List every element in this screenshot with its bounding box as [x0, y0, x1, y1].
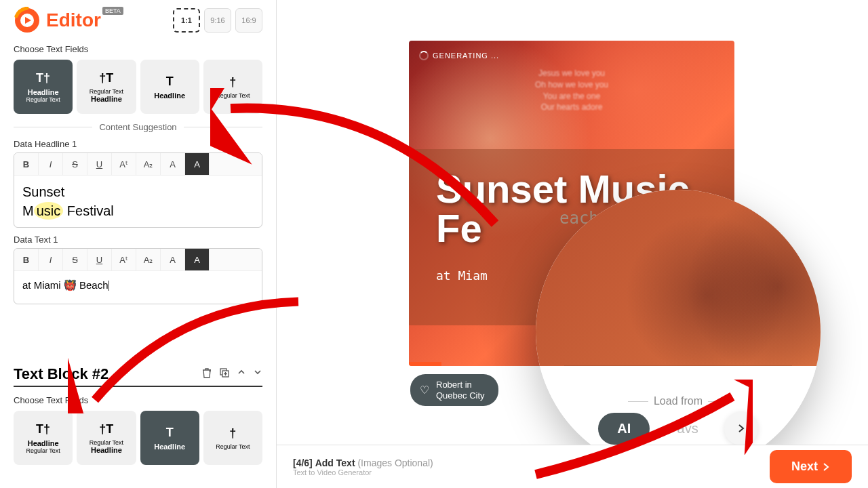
field-type-headline-regular[interactable]: T† Headline Regular Text — [14, 60, 73, 114]
field-type-regular-headline[interactable]: †T Regular Text Headline — [77, 411, 136, 465]
block-2-title: Text Block #2 — [14, 365, 201, 383]
headline-input-label: Data Headline 1 — [14, 139, 262, 149]
logo-icon — [14, 7, 41, 34]
field-type-headline-regular[interactable]: T† Headline Regular Text — [14, 411, 73, 465]
progress-bar[interactable] — [409, 362, 441, 366]
field-type-picker: T† Headline Regular Text †T Regular Text… — [14, 60, 262, 114]
move-down-icon[interactable] — [253, 367, 262, 381]
field-type-regular-only[interactable]: † Regular Text — [203, 60, 262, 114]
strikethrough-button[interactable]: S — [63, 249, 87, 270]
font-color-button[interactable]: A — [161, 153, 185, 175]
load-from-ai-button[interactable]: AI — [598, 413, 650, 445]
highlight-button[interactable]: A — [185, 153, 210, 175]
text-textarea[interactable]: at Miami 👹 Beach — [14, 271, 262, 304]
headline-textarea[interactable]: Sunset Music Festival — [14, 176, 262, 227]
magnifier-callout: Load from AI Favs — [536, 190, 821, 474]
aspect-ratio-group: 1:1 9:16 16:9 — [173, 8, 262, 33]
delete-block-icon[interactable] — [201, 367, 212, 381]
user-location-pill[interactable]: ♡ Robert in Quebec City — [410, 374, 498, 406]
subscript-button[interactable]: A₂ — [136, 153, 161, 175]
spinner-icon — [419, 51, 429, 60]
load-from-label: Load from — [654, 395, 703, 407]
highlight-button[interactable]: A — [185, 249, 210, 270]
magnifier-next-button[interactable] — [724, 411, 758, 445]
strikethrough-button[interactable]: S — [63, 153, 87, 175]
heart-icon: ♡ — [420, 384, 429, 396]
text-input-label: Data Text 1 — [14, 235, 262, 245]
choose-fields-label: Choose Text Fields — [14, 44, 262, 54]
headline-toolbar: B I S U Aᵗ A₂ A A — [14, 153, 262, 176]
editor-sidebar: Editor BETA 1:1 9:16 16:9 Choose Text Fi… — [0, 0, 277, 488]
user-location: Quebec City — [436, 390, 485, 401]
bold-button[interactable]: B — [14, 249, 39, 270]
chevron-right-icon — [736, 424, 746, 433]
choose-fields-label-2: Choose Text Fields — [14, 395, 262, 405]
field-type-headline-only[interactable]: T Headline — [140, 411, 199, 465]
preview-lyrics: Jesus we love you Oh how we love you You… — [535, 68, 608, 113]
italic-button[interactable]: I — [39, 249, 63, 270]
logo-text: Editor — [46, 9, 101, 31]
superscript-button[interactable]: Aᵗ — [112, 249, 136, 270]
move-up-icon[interactable] — [237, 367, 246, 381]
headline-editor: B I S U Aᵗ A₂ A A Sunset Music Festival — [14, 152, 262, 228]
chevron-right-icon — [822, 463, 830, 471]
underline-button[interactable]: U — [87, 249, 112, 270]
ratio-1-1[interactable]: 1:1 — [173, 8, 200, 33]
bold-button[interactable]: B — [14, 153, 39, 175]
field-type-headline-only[interactable]: T Headline — [140, 60, 199, 114]
ratio-9-16[interactable]: 9:16 — [204, 8, 231, 33]
subscript-button[interactable]: A₂ — [136, 249, 161, 270]
text-editor: B I S U Aᵗ A₂ A A at Miami 👹 Beach — [14, 248, 262, 304]
footer-bar: [4/6] Add Text (Images Optional) Text to… — [277, 445, 868, 488]
content-suggestion-divider: Content Suggestion — [14, 122, 262, 132]
text-block-2-header: Text Block #2 — [14, 365, 262, 387]
superscript-button[interactable]: Aᵗ — [112, 153, 136, 175]
field-type-regular-headline[interactable]: †T Regular Text Headline — [77, 60, 136, 114]
load-from-favs-button[interactable]: Favs — [656, 413, 710, 445]
duplicate-block-icon[interactable] — [219, 367, 230, 381]
sidebar-header: Editor BETA 1:1 9:16 16:9 — [14, 7, 262, 34]
underline-button[interactable]: U — [87, 153, 112, 175]
ratio-16-9[interactable]: 16:9 — [235, 8, 262, 33]
italic-button[interactable]: I — [39, 153, 63, 175]
beta-badge: BETA — [102, 7, 123, 15]
step-indicator: [4/6] Add Text (Images Optional) Text to… — [293, 458, 433, 476]
next-button[interactable]: Next — [770, 450, 852, 483]
text-toolbar: B I S U Aᵗ A₂ A A — [14, 249, 262, 271]
user-name: Robert in — [436, 380, 485, 390]
font-color-button[interactable]: A — [161, 249, 185, 270]
field-type-picker-2: T† Headline Regular Text †T Regular Text… — [14, 411, 262, 465]
field-type-regular-only[interactable]: † Regular Text — [203, 411, 262, 465]
generating-badge: GENERATING ... — [419, 51, 499, 60]
main-area: GENERATING ... Jesus we love you Oh how … — [277, 0, 868, 488]
